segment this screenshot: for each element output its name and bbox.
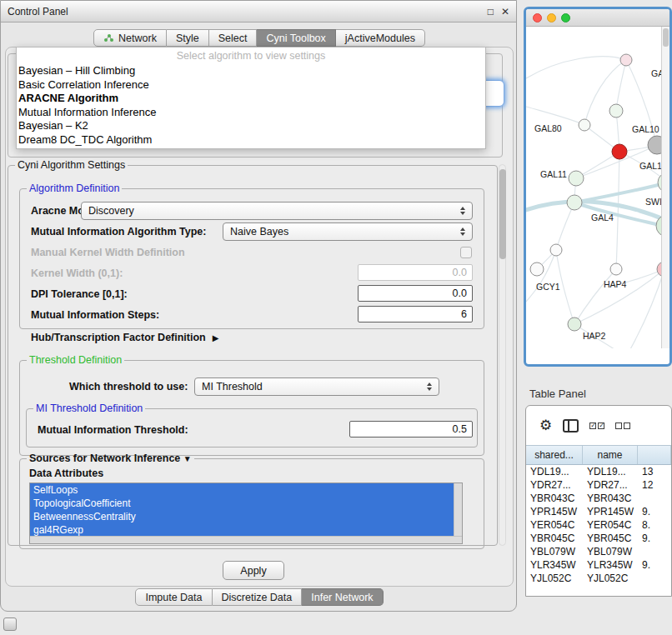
table-cell[interactable]: YDR27...: [583, 479, 638, 491]
minimize-traffic-light-icon[interactable]: [547, 13, 556, 22]
close-traffic-light-icon[interactable]: [533, 13, 542, 22]
table-cell[interactable]: YBL079W: [526, 546, 583, 558]
data-attributes-list[interactable]: SelfLoopsTopologicalCoefficientBetweenne…: [29, 482, 463, 544]
network-canvas[interactable]: GAL7GAL80GAL10GAL11GAL1SWI4GAL4GCY1HAP4Y…: [526, 27, 669, 348]
table-cell[interactable]: 8.: [638, 519, 671, 531]
which-threshold-select[interactable]: MI Threshold: [194, 378, 439, 396]
algorithm-option-bayesian-k2[interactable]: Bayesian – K2: [17, 119, 485, 133]
tab-network[interactable]: Network: [93, 29, 167, 47]
table-row[interactable]: YDR27...YDR27...12: [526, 478, 671, 492]
network-node[interactable]: [568, 318, 581, 331]
mi-steps-input[interactable]: [358, 306, 473, 322]
close-window-icon[interactable]: ✕: [501, 6, 509, 18]
select-all-columns-icon[interactable]: ✓ ✓: [589, 422, 604, 429]
network-edge[interactable]: [616, 152, 619, 269]
table-cell[interactable]: YJL052C: [526, 572, 583, 584]
tab-jactivemodules[interactable]: jActiveModules: [336, 29, 425, 47]
network-node[interactable]: [567, 195, 582, 210]
network-window-titlebar[interactable]: [526, 9, 669, 27]
apply-button[interactable]: Apply: [223, 561, 284, 580]
mi-type-select[interactable]: Naive Bayes: [223, 222, 473, 241]
network-edge[interactable]: [526, 250, 556, 302]
zoom-traffic-light-icon[interactable]: [561, 13, 570, 22]
network-node[interactable]: [620, 54, 632, 66]
table-cell[interactable]: YDL19...: [526, 466, 583, 478]
network-node[interactable]: [609, 104, 623, 118]
table-cell[interactable]: YPR145W: [583, 506, 638, 518]
table-cell[interactable]: YDL19...: [583, 466, 638, 478]
dpi-tolerance-input[interactable]: [358, 285, 473, 302]
table-row[interactable]: YER054CYER054C8.: [526, 518, 671, 532]
network-node[interactable]: [612, 144, 627, 159]
aracne-mode-select[interactable]: Discovery: [81, 202, 473, 220]
table-cell[interactable]: YBL079W: [583, 546, 638, 558]
algorithm-option-basic-correlation-inference[interactable]: Basic Correlation Inference: [17, 78, 485, 92]
list-vertical-scrollbar[interactable]: [454, 483, 462, 537]
mode-tab-discretize-data[interactable]: Discretize Data: [213, 588, 303, 606]
attribute-item-selfloops[interactable]: SelfLoops: [30, 483, 455, 497]
network-edge[interactable]: [574, 269, 616, 324]
network-graph[interactable]: GAL7GAL80GAL10GAL11GAL1SWI4GAL4GCY1HAP4Y…: [526, 27, 669, 348]
network-edge[interactable]: [574, 269, 664, 324]
table-row[interactable]: YBR043CYBR043C: [526, 492, 671, 505]
table-row[interactable]: YJL052CYJL052C: [526, 572, 671, 585]
table-row[interactable]: YPR145WYPR145W9.: [526, 505, 671, 518]
column-header-name[interactable]: name: [583, 446, 638, 464]
column-header-shared[interactable]: shared...: [526, 446, 583, 464]
column-browser-icon[interactable]: [563, 419, 579, 432]
algorithm-option-dream8-dc-tdc-algorithm[interactable]: Dream8 DC_TDC Algorithm: [17, 133, 485, 148]
algorithm-option-mutual-information-inference[interactable]: Mutual Information Inference: [17, 106, 485, 120]
table-cell[interactable]: YLR345W: [583, 559, 638, 571]
network-scrollbar-thumb[interactable]: [663, 28, 669, 47]
table-cell[interactable]: YBR043C: [583, 492, 638, 504]
algorithm-option-bayesian-hill-climbing[interactable]: Bayesian – Hill Climbing: [17, 64, 485, 78]
network-node[interactable]: [579, 119, 590, 131]
mode-tab-impute-data[interactable]: Impute Data: [135, 588, 212, 606]
table-cell[interactable]: YLR345W: [526, 559, 583, 571]
network-edge[interactable]: [616, 60, 626, 111]
table-row[interactable]: YBR045CYBR045C9.: [526, 532, 671, 545]
network-edge[interactable]: [526, 57, 626, 78]
network-node[interactable]: [530, 262, 544, 276]
table-cell[interactable]: YPR145W: [526, 506, 583, 518]
table-cell[interactable]: YBR045C: [526, 532, 583, 544]
table-cell[interactable]: 12: [638, 479, 671, 491]
table-cell[interactable]: YER054C: [526, 519, 583, 531]
table-cell[interactable]: YDR27...: [526, 479, 583, 491]
network-edge[interactable]: [526, 107, 584, 125]
tab-select[interactable]: Select: [209, 29, 258, 47]
table-cell[interactable]: YER054C: [583, 519, 638, 531]
float-window-icon[interactable]: □: [488, 6, 494, 18]
network-node[interactable]: [550, 244, 562, 256]
hub-definition-toggle[interactable]: Hub/Transcription Factor Definition ▶: [31, 332, 218, 343]
table-cell[interactable]: YJL052C: [583, 572, 638, 584]
table-cell[interactable]: 9.: [638, 506, 671, 518]
attribute-item-topologicalcoefficient[interactable]: TopologicalCoefficient: [30, 497, 455, 510]
table-cell[interactable]: 9.: [638, 559, 671, 571]
table-row[interactable]: YBL079WYBL079W: [526, 545, 671, 558]
mi-threshold-input[interactable]: [349, 421, 473, 438]
algorithm-option-aracne-algorithm[interactable]: ARACNE Algorithm: [17, 92, 485, 106]
gear-icon[interactable]: ⚙: [539, 418, 552, 432]
table-cell[interactable]: 13: [638, 466, 671, 478]
table-cell[interactable]: YBR045C: [583, 532, 638, 544]
table-row[interactable]: YDL19...YDL19...13: [526, 465, 671, 478]
table-cell[interactable]: 9.: [638, 532, 671, 544]
table-cell[interactable]: YBR043C: [526, 492, 583, 504]
network-node[interactable]: [569, 171, 584, 186]
mode-tab-infer-network[interactable]: Infer Network: [302, 588, 383, 606]
attribute-item-betweennesscentrality[interactable]: BetweennessCentrality: [30, 510, 455, 523]
chevron-down-icon[interactable]: ▼: [183, 454, 192, 463]
minimized-panel-icon[interactable]: [3, 618, 17, 631]
tab-cyni-toolbox[interactable]: Cyni Toolbox: [257, 29, 335, 47]
deselect-all-columns-icon[interactable]: [615, 422, 630, 429]
list-horizontal-scrollbar[interactable]: [30, 536, 462, 543]
settings-scrollbar-thumb[interactable]: [499, 169, 506, 259]
table-row[interactable]: YLR345WYLR345W9.: [526, 558, 671, 572]
attribute-item-gal4rgexp[interactable]: gal4RGexp: [30, 523, 455, 537]
network-vertical-scrollbar[interactable]: [661, 27, 669, 348]
tab-style[interactable]: Style: [167, 29, 209, 47]
control-panel-titlebar[interactable]: Control Panel □ ✕: [1, 1, 516, 22]
network-node[interactable]: [610, 263, 622, 275]
column-header-extra[interactable]: [638, 446, 671, 464]
